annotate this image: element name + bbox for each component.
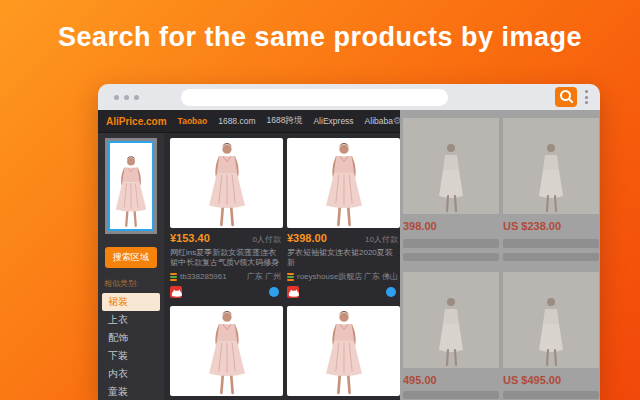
tab-taobao[interactable]: Taobao <box>178 116 208 126</box>
text-placeholder-bar <box>503 391 599 399</box>
dimmed-product-image[interactable] <box>403 118 499 214</box>
product-title: 网红ins夏季新款女装蓬蓬连衣裙中长款复古气质V领大码修身A <box>170 248 283 268</box>
magnifier-icon <box>559 89 573 106</box>
seller-name: tb338285961 <box>180 272 227 281</box>
seller-name: roeyshouse旗舰店 <box>297 271 362 282</box>
browser-menu-icon[interactable] <box>585 90 588 104</box>
dimmed-product-price: US $495.00 <box>503 375 599 386</box>
dimmed-product-image[interactable] <box>403 272 499 368</box>
search-area-button[interactable]: 搜索区域 <box>105 247 157 268</box>
gear-icon[interactable]: ⚙ <box>393 116 402 126</box>
panel-tab-bar: AliPrice.com Taobao 1688.com 1688跨境 AliE… <box>98 110 400 133</box>
dimmed-product-price: US $238.00 <box>503 221 599 232</box>
dimmed-product-column: 398.00 495.00 <box>403 110 499 399</box>
dimmed-product-price: 495.00 <box>403 375 499 386</box>
text-placeholder-bar <box>503 239 599 248</box>
tmall-icon[interactable] <box>287 286 299 298</box>
product-price: ¥153.40 <box>170 232 210 244</box>
panel-sidebar: 搜索区域 相似类别: 裙装 上衣 配饰 下装 内衣 童装 <box>98 133 164 400</box>
results-grid: ¥153.40 0人付款 网红ins夏季新款女装蓬蓬连衣裙中长款复古气质V领大码… <box>164 133 400 400</box>
crop-selection-box[interactable] <box>108 141 154 231</box>
dimmed-product-column: US $238.00 US $495.00 <box>503 110 599 399</box>
category-item-kidswear[interactable]: 童装 <box>102 383 160 400</box>
promo-banner: Search for the same products by image <box>0 0 640 400</box>
seller-rating-icon <box>170 273 177 281</box>
category-item-tops[interactable]: 上衣 <box>102 311 160 329</box>
browser-chrome <box>98 84 600 110</box>
similar-search-icon[interactable] <box>269 287 279 297</box>
product-image[interactable] <box>170 306 283 396</box>
text-placeholder-bar <box>503 253 599 261</box>
browser-window: 398.00 495.00 US $238.00 US $ <box>98 84 600 400</box>
product-sales: 10人付款 <box>365 234 398 245</box>
tab-1688[interactable]: 1688.com <box>218 116 255 126</box>
menu-dot <box>585 96 588 99</box>
menu-dot <box>585 101 588 104</box>
product-title: 罗衣短袖裙女连衣裙2020夏装新款气质V领优雅大摆中长小黑... <box>287 248 400 268</box>
aliprice-panel: AliPrice.com Taobao 1688.com 1688跨境 AliE… <box>98 110 400 400</box>
category-item-bottoms[interactable]: 下装 <box>102 347 160 365</box>
aliprice-logo: AliPrice.com <box>106 116 167 127</box>
extension-search-button[interactable] <box>555 87 577 107</box>
product-image[interactable] <box>287 138 400 228</box>
query-image-thumbnail[interactable] <box>105 138 157 234</box>
seller-rating-icon <box>287 273 294 281</box>
webpage: 398.00 495.00 US $238.00 US $ <box>98 110 600 400</box>
category-list-label: 相似类别: <box>104 278 164 289</box>
tab-1688-crossborder[interactable]: 1688跨境 <box>267 115 303 127</box>
menu-dot <box>585 90 588 93</box>
product-card[interactable] <box>170 306 283 396</box>
tab-alibaba[interactable]: Alibaba <box>365 116 393 126</box>
window-dot-icon <box>114 95 119 100</box>
text-placeholder-bar <box>403 253 499 261</box>
category-item-dresses[interactable]: 裙装 <box>102 293 160 311</box>
window-dot-icon <box>134 95 139 100</box>
product-price: ¥398.00 <box>287 232 327 244</box>
category-item-accessories[interactable]: 配饰 <box>102 329 160 347</box>
product-image[interactable] <box>287 306 400 396</box>
product-card[interactable]: ¥153.40 0人付款 网红ins夏季新款女装蓬蓬连衣裙中长款复古气质V领大码… <box>170 138 283 298</box>
product-image[interactable] <box>170 138 283 228</box>
dimmed-product-image[interactable] <box>503 272 599 368</box>
text-placeholder-bar <box>403 239 499 248</box>
tab-aliexpress[interactable]: AliExpress <box>313 116 353 126</box>
seller-location: 广东 佛山 <box>364 271 398 282</box>
panel-body: 搜索区域 相似类别: 裙装 上衣 配饰 下装 内衣 童装 <box>98 133 400 400</box>
dimmed-product-price: 398.00 <box>403 221 499 232</box>
dimmed-product-image[interactable] <box>503 118 599 214</box>
seller-location: 广东 广州 <box>247 271 281 282</box>
similar-search-icon[interactable] <box>386 287 396 297</box>
product-card[interactable] <box>287 306 400 396</box>
product-card[interactable]: ¥398.00 10人付款 罗衣短袖裙女连衣裙2020夏装新款气质V领优雅大摆中… <box>287 138 400 298</box>
window-controls[interactable] <box>114 95 139 100</box>
tmall-icon[interactable] <box>170 286 182 298</box>
window-dot-icon <box>124 95 129 100</box>
text-placeholder-bar <box>403 391 499 399</box>
address-bar[interactable] <box>181 89 448 106</box>
headline: Search for the same products by image <box>0 22 640 53</box>
category-item-underwear[interactable]: 内衣 <box>102 365 160 383</box>
product-sales: 0人付款 <box>253 234 281 245</box>
